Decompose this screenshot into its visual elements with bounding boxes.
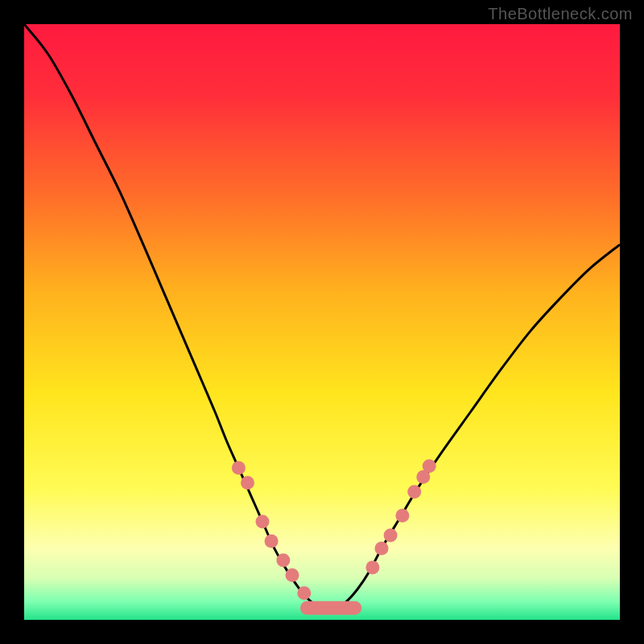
curve-marker-dot	[375, 542, 389, 555]
curve-marker-dot	[395, 509, 409, 522]
chart-background	[24, 24, 620, 620]
curve-marker-dot	[407, 485, 421, 498]
curve-marker-dot	[276, 554, 290, 568]
plot-area	[24, 24, 620, 620]
curve-marker-dot	[265, 535, 279, 548]
credit-text: TheBottleneck.com	[488, 5, 633, 23]
curve-marker-dot	[232, 461, 246, 475]
chart-frame: TheBottleneck.com	[0, 0, 644, 644]
curve-marker-dot	[241, 476, 254, 489]
curve-marker-dot	[365, 560, 379, 574]
curve-marker-dot	[384, 528, 398, 542]
curve-marker-dot	[256, 514, 270, 528]
curve-marker-dot	[423, 460, 436, 473]
curve-marker-dot	[297, 586, 311, 600]
curve-marker-dot	[286, 568, 299, 582]
chart-svg	[24, 24, 620, 620]
